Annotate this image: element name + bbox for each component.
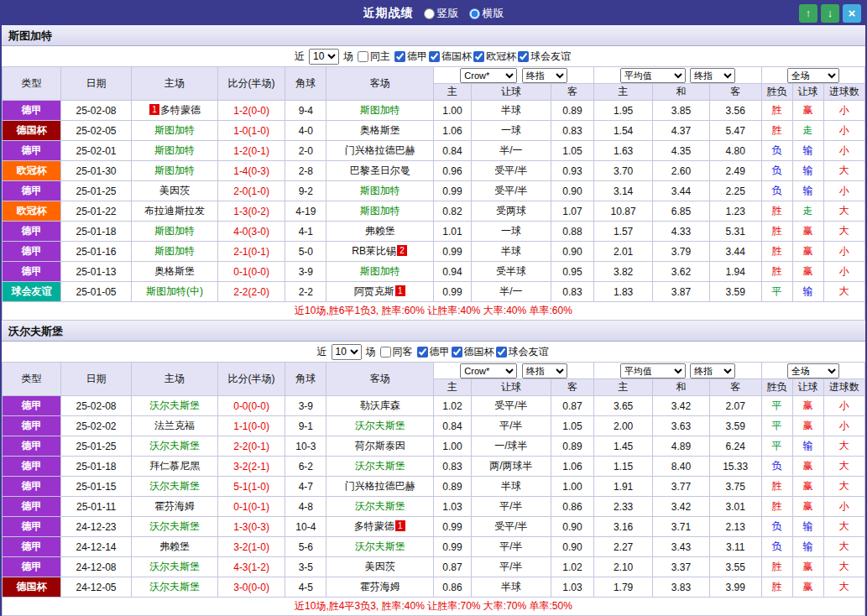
league-filter-option[interactable]: 德国杯 [452, 345, 494, 359]
match-row: 德甲 25-02-08 沃尔夫斯堡 0-0(0-0) 3-9 勒沃库森 1.02… [3, 396, 865, 416]
league-badge: 欧冠杯 [3, 201, 61, 222]
match-date: 25-01-13 [60, 262, 131, 282]
result-goals: 大 [823, 577, 864, 598]
average-time-select[interactable]: 终指 [690, 68, 735, 83]
home-odds: 1.01 [433, 222, 471, 242]
league-badge: 德甲 [3, 262, 61, 282]
scroll-up-button[interactable]: ↑ [799, 4, 817, 23]
away-odds: 0.87 [551, 396, 593, 416]
match-count-select[interactable]: 10 [332, 344, 362, 360]
full-match-select[interactable]: 全场 [787, 68, 839, 83]
match-date: 24-12-23 [60, 517, 131, 537]
corners-score: 6-2 [285, 457, 326, 477]
team-name-text: 勒沃库森 [360, 399, 400, 411]
match-score: 4-3(1-2) [217, 557, 285, 577]
league-filter-option[interactable]: 德国杯 [429, 50, 472, 64]
col-date: 日期 [60, 67, 131, 101]
result-handicap: 走 [792, 121, 823, 141]
col-corners: 角球 [285, 67, 326, 101]
same-venue-checkbox[interactable] [380, 347, 391, 358]
handicap-line: 一/球半 [472, 436, 551, 457]
average-time-select[interactable]: 终指 [690, 363, 735, 378]
vertical-layout-label: 竖版 [437, 6, 459, 21]
col-date: 日期 [60, 363, 131, 396]
league-filter-checkbox[interactable] [394, 51, 405, 62]
team-name-text: 奥格斯堡 [360, 124, 400, 136]
average-odds-select[interactable]: 平均值 [620, 68, 686, 83]
league-filter-checkbox[interactable] [518, 51, 529, 62]
result-outcome: 平 [761, 436, 792, 457]
league-filter-checkbox[interactable] [473, 51, 484, 62]
league-badge: 德甲 [3, 101, 61, 121]
result-goals: 小 [823, 121, 864, 141]
odds-time-select[interactable]: 终指 [522, 68, 567, 83]
team-name-text: 美因茨 [159, 185, 190, 196]
average-odds-select[interactable]: 平均值 [620, 363, 686, 378]
same-venue-checkbox[interactable] [358, 51, 368, 62]
avg-away-odds: 5.47 [709, 121, 761, 141]
league-filter-option[interactable]: 欧冠杯 [473, 50, 516, 64]
avg-home-odds: 1.91 [594, 477, 653, 497]
result-outcome: 平 [761, 282, 792, 302]
away-odds: 0.83 [551, 121, 593, 141]
team-name-text: 门兴格拉德巴赫 [345, 480, 415, 492]
corners-score: 5-6 [285, 537, 326, 557]
handicap-line: 受平/半 [472, 396, 551, 416]
away-team: 霍芬海姆 [326, 577, 433, 598]
full-match-select[interactable]: 全场 [787, 363, 839, 378]
rank-badge: 1 [395, 520, 405, 531]
match-score: 1-3(0-2) [217, 201, 285, 222]
layout-horizontal-option[interactable]: 横版 [469, 6, 504, 21]
league-filter-checkbox[interactable] [429, 51, 440, 62]
result-handicap: 输 [792, 161, 823, 181]
result-goals: 小 [823, 497, 864, 517]
result-outcome: 胜 [761, 262, 792, 282]
result-handicap: 赢 [792, 222, 823, 242]
league-filter-label: 德甲 [430, 345, 450, 359]
corners-score: 10-4 [285, 517, 326, 537]
layout-vertical-option[interactable]: 竖版 [424, 6, 459, 21]
team-name-text: 沃尔夫斯堡 [149, 581, 200, 593]
avg-away-odds: 5.31 [709, 222, 761, 242]
match-score: 2-1(0-1) [217, 242, 285, 262]
match-row: 德甲 25-02-01 斯图加特 1-2(0-1) 2-0 门兴格拉德巴赫 0.… [3, 141, 865, 161]
league-filter-label: 欧冠杯 [486, 50, 516, 64]
match-date: 25-01-11 [60, 497, 131, 517]
league-filter-option[interactable]: 球会友谊 [518, 50, 571, 64]
odds-company-select[interactable]: Crow* [460, 363, 517, 378]
league-filter-option[interactable]: 球会友谊 [496, 345, 549, 359]
close-button[interactable]: × [843, 4, 861, 23]
avg-home-odds: 3.16 [594, 517, 653, 537]
league-filter-option[interactable]: 德甲 [417, 345, 450, 359]
odds-time-select[interactable]: 终指 [522, 363, 567, 378]
league-badge: 球会友谊 [3, 282, 61, 302]
away-odds: 0.89 [551, 101, 593, 121]
avg-draw-odds: 3.77 [653, 477, 710, 497]
league-filter-label: 德国杯 [441, 50, 472, 64]
league-filter-label: 球会友谊 [509, 345, 549, 359]
col-avg-home: 主 [594, 84, 653, 101]
result-handicap: 赢 [792, 577, 823, 598]
same-venue-option[interactable]: 同客 [380, 345, 413, 359]
match-count-select[interactable]: 10 [309, 49, 339, 65]
odds-company-select[interactable]: Crow* [460, 68, 517, 83]
avg-draw-odds: 4.33 [653, 222, 710, 242]
same-venue-option[interactable]: 同主 [358, 50, 390, 64]
vertical-layout-radio[interactable] [424, 8, 435, 19]
horizontal-layout-radio[interactable] [469, 8, 480, 19]
match-row: 德甲 24-12-14 弗赖堡 3-2(1-0) 5-6 沃尔夫斯堡 0.99 … [3, 537, 865, 557]
league-badge: 德甲 [3, 141, 61, 161]
league-filter-checkbox[interactable] [417, 347, 428, 358]
avg-home-odds: 2.10 [594, 557, 653, 577]
league-filter-checkbox[interactable] [452, 347, 462, 358]
result-goals: 小 [823, 181, 864, 201]
home-odds: 0.84 [433, 416, 471, 436]
league-filter-checkbox[interactable] [496, 347, 507, 358]
match-score: 3-2(2-1) [217, 457, 285, 477]
scroll-down-button[interactable]: ↓ [821, 4, 839, 23]
up-arrow-icon: ↑ [806, 7, 812, 19]
league-filter-option[interactable]: 德甲 [394, 50, 427, 64]
result-handicap: 输 [792, 181, 823, 201]
away-team: 沃尔夫斯堡 [326, 497, 433, 517]
avg-home-odds: 1.79 [594, 577, 653, 598]
